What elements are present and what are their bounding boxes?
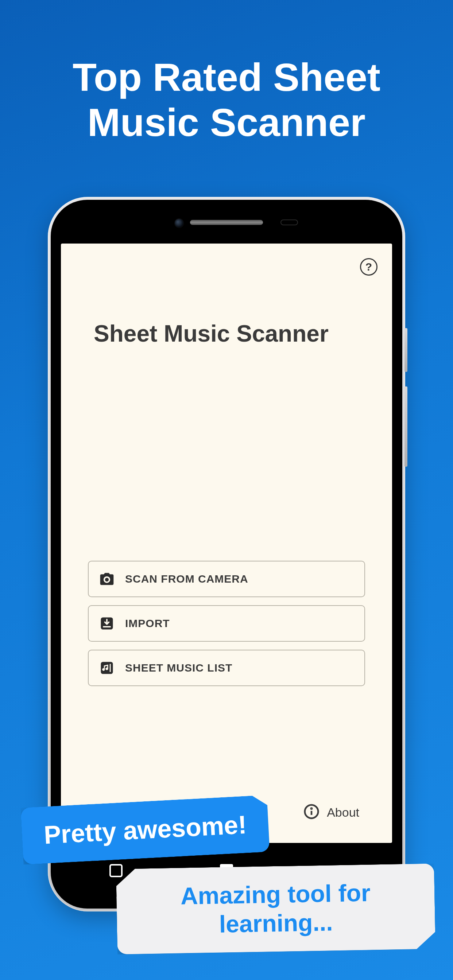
help-icon: ? [365,261,372,273]
app-title: Sheet Music Scanner [94,320,329,347]
phone-sensor-icon [281,220,298,225]
phone-side-button [405,328,407,372]
hero-line-2: Music Scanner [88,100,365,145]
scan-from-camera-button[interactable]: SCAN FROM CAMERA [88,561,365,597]
svg-point-5 [311,808,312,809]
app-screen: ? Sheet Music Scanner SCAN FROM CAMERA I… [61,243,392,843]
about-button[interactable]: About [303,803,359,821]
hero-title: Top Rated Sheet Music Scanner [0,0,453,145]
review-text: Amazing tool for learning... [180,879,370,937]
sheet-music-list-button[interactable]: SHEET MUSIC LIST [88,650,365,686]
about-label: About [327,805,359,819]
camera-icon [98,570,116,588]
nav-recent-icon[interactable] [109,864,123,877]
info-icon [303,803,320,821]
svg-rect-2 [110,664,111,672]
action-list: SCAN FROM CAMERA IMPORT SHEET MUSIC LIST [88,561,365,686]
action-label: IMPORT [125,617,170,630]
review-text: Pretty awesome! [43,810,247,849]
phone-side-button [405,387,407,467]
action-label: SHEET MUSIC LIST [125,662,232,674]
action-label: SCAN FROM CAMERA [125,573,248,585]
phone-speaker-icon [190,220,263,225]
download-icon [98,615,116,632]
hero-line-1: Top Rated Sheet [73,55,380,99]
import-button[interactable]: IMPORT [88,605,365,642]
help-button[interactable]: ? [360,258,378,275]
review-bubble-white: Amazing tool for learning... [116,863,435,955]
music-list-icon [98,659,116,677]
phone-camera-icon [175,219,183,228]
